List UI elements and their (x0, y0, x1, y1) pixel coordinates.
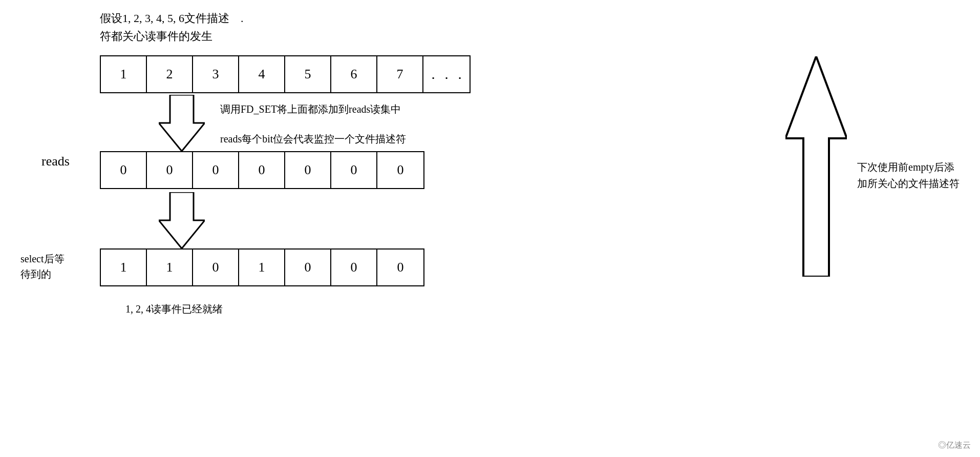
bottom-note: 1, 2, 4读事件已经就绪 (125, 302, 223, 316)
fd-cell-4: 4 (239, 56, 285, 92)
fd-cell-dots: ．．． (423, 56, 470, 92)
top-description: 假设1, 2, 3, 4, 5, 6文件描述 . 符都关心读事件的发生 (100, 9, 244, 45)
reads-cell-2: 0 (193, 152, 239, 188)
reads-cell-1: 0 (147, 152, 193, 188)
main-container: 假设1, 2, 3, 4, 5, 6文件描述 . 符都关心读事件的发生 1 2 … (0, 0, 980, 457)
watermark: ◎亿速云 (938, 440, 971, 451)
arrow-down-2-icon (159, 192, 205, 248)
reads-label: reads (41, 154, 70, 169)
arrow-down-1-icon (159, 95, 205, 151)
reads-cell-3: 0 (239, 152, 285, 188)
reads-array: 0 0 0 0 0 0 0 (100, 151, 424, 189)
fd-cell-5: 5 (285, 56, 331, 92)
annotation-fd-set: 调用FD_SET将上面都添加到reads读集中 (220, 102, 401, 116)
right-description: 下次使用前empty后添加所关心的文件描述符 (857, 159, 960, 192)
reads-cell-0: 0 (101, 152, 147, 188)
annotation-reads-bit: reads每个bit位会代表监控一个文件描述符 (220, 132, 406, 146)
svg-marker-1 (159, 192, 205, 248)
fd-cell-2: 2 (147, 56, 193, 92)
fd-array: 1 2 3 4 5 6 7 ．．． (100, 55, 471, 93)
select-array: 1 1 0 1 0 0 0 (100, 248, 424, 286)
fd-cell-1: 1 (101, 56, 147, 92)
top-line2: 符都关心读事件的发生 (100, 27, 244, 45)
svg-marker-2 (785, 56, 847, 277)
select-cell-0: 1 (101, 250, 147, 285)
select-cell-5: 0 (331, 250, 377, 285)
fd-cell-6: 6 (331, 56, 377, 92)
select-cell-4: 0 (285, 250, 331, 285)
select-label: select后等待到的 (20, 251, 65, 282)
fd-cell-7: 7 (377, 56, 423, 92)
select-cell-6: 0 (377, 250, 423, 285)
reads-cell-4: 0 (285, 152, 331, 188)
fd-cell-3: 3 (193, 56, 239, 92)
select-cell-2: 0 (193, 250, 239, 285)
reads-cell-5: 0 (331, 152, 377, 188)
arrow-up-right-icon (785, 56, 847, 277)
reads-cell-6: 0 (377, 152, 423, 188)
svg-marker-0 (159, 95, 205, 151)
select-cell-1: 1 (147, 250, 193, 285)
select-cell-3: 1 (239, 250, 285, 285)
top-line1: 假设1, 2, 3, 4, 5, 6文件描述 . (100, 9, 244, 27)
